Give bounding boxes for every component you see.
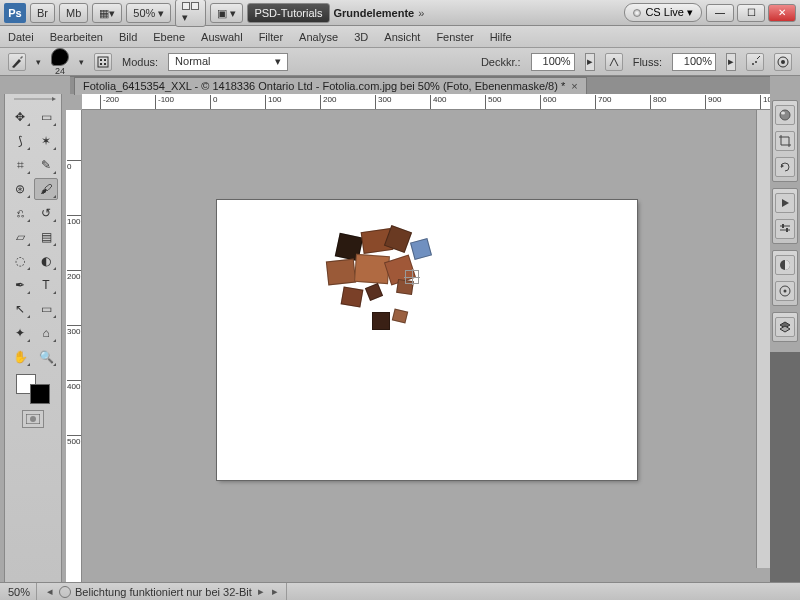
document-canvas[interactable] — [217, 200, 637, 480]
brush-size-label: 24 — [55, 66, 65, 76]
quick-mask-toggle[interactable] — [22, 410, 44, 428]
menu-filter[interactable]: Filter — [259, 31, 283, 43]
cs-live-button[interactable]: CS Live ▾ — [624, 3, 702, 22]
toolbar-grip[interactable] — [10, 96, 56, 104]
play-icon[interactable] — [775, 193, 795, 213]
menu-hilfe[interactable]: Hilfe — [490, 31, 512, 43]
3d-tool[interactable]: ✦ — [8, 322, 32, 344]
image-fragment — [365, 283, 383, 301]
workspace-more[interactable]: » — [418, 7, 424, 19]
status-prev-icon[interactable]: ◂ — [45, 585, 55, 598]
menu-ebene[interactable]: Ebene — [153, 31, 185, 43]
flow-input[interactable]: 100% — [672, 53, 716, 71]
marquee-tool[interactable]: ▭ — [34, 106, 58, 128]
menu-datei[interactable]: Datei — [8, 31, 34, 43]
type-tool[interactable]: T — [34, 274, 58, 296]
layers-stack-icon[interactable] — [775, 317, 795, 337]
path-select-tool[interactable]: ↖ — [8, 298, 32, 320]
image-fragment — [410, 238, 432, 260]
healing-brush-tool[interactable]: ⊛ — [8, 178, 32, 200]
brush-panel-toggle[interactable] — [94, 53, 112, 71]
ruler-tick: 800 — [650, 95, 666, 109]
workspace-primary[interactable]: PSD-Tutorials — [247, 3, 329, 23]
svg-rect-2 — [104, 59, 106, 61]
gradient-tool[interactable]: ▤ — [34, 226, 58, 248]
brush-preset-picker[interactable]: 24 — [51, 48, 69, 76]
window-minimize-button[interactable]: — — [706, 4, 734, 22]
svg-marker-15 — [781, 164, 784, 168]
flow-stepper[interactable]: ▸ — [726, 53, 736, 71]
eraser-tool[interactable]: ▱ — [8, 226, 32, 248]
menu-fenster[interactable]: Fenster — [436, 31, 473, 43]
svg-point-12 — [30, 416, 36, 422]
stamp-tool[interactable]: ⎌ — [8, 202, 32, 224]
reticle-icon[interactable] — [775, 281, 795, 301]
window-close-button[interactable]: ✕ — [768, 4, 796, 22]
contrast-icon[interactable] — [775, 255, 795, 275]
3d-camera-tool[interactable]: ⌂ — [34, 322, 58, 344]
vertical-ruler[interactable]: 0100200300400500 — [66, 110, 82, 582]
extras-button[interactable]: ▣ ▾ — [210, 3, 243, 23]
menu-analyse[interactable]: Analyse — [299, 31, 338, 43]
opacity-label: Deckkr.: — [481, 56, 521, 68]
hand-tool[interactable]: ✋ — [8, 346, 32, 368]
background-color[interactable] — [30, 384, 50, 404]
vertical-scrollbar[interactable] — [756, 110, 770, 568]
image-fragment — [372, 312, 390, 330]
status-info-icon[interactable] — [59, 586, 71, 598]
crop-tool[interactable]: ⌗ — [8, 154, 32, 176]
refresh-icon[interactable] — [775, 157, 795, 177]
zoom-tool[interactable]: 🔍 — [34, 346, 58, 368]
screen-mode-button[interactable]: ▦▾ — [92, 3, 122, 23]
color-swatches[interactable] — [16, 374, 50, 404]
canvas-area[interactable] — [82, 110, 770, 582]
image-fragment — [354, 254, 390, 284]
window-maximize-button[interactable]: ☐ — [737, 4, 765, 22]
blend-mode-value: Normal — [175, 54, 210, 69]
opacity-input[interactable]: 100% — [531, 53, 575, 71]
dodge-tool[interactable]: ◐ — [34, 250, 58, 272]
menu-3d[interactable]: 3D — [354, 31, 368, 43]
status-menu-icon[interactable]: ▸ — [270, 585, 280, 598]
blend-mode-select[interactable]: Normal▾ — [168, 53, 288, 71]
photoshop-logo: Ps — [4, 3, 26, 23]
tools-panel: ✥▭⟆✶⌗✎⊛🖌⎌↺▱▤◌◐✒T↖▭✦⌂✋🔍 — [4, 94, 62, 582]
status-zoom[interactable]: 50% — [8, 586, 30, 598]
minibridge-button[interactable]: Mb — [59, 3, 88, 23]
arrange-documents-button[interactable]: ▾ — [175, 0, 206, 27]
lasso-tool[interactable]: ⟆ — [8, 130, 32, 152]
opacity-pressure-toggle[interactable] — [605, 53, 623, 71]
magic-wand-tool[interactable]: ✶ — [34, 130, 58, 152]
sphere-icon[interactable] — [775, 105, 795, 125]
svg-marker-16 — [782, 199, 789, 207]
menu-auswahl[interactable]: Auswahl — [201, 31, 243, 43]
move-tool[interactable]: ✥ — [8, 106, 32, 128]
bridge-button[interactable]: Br — [30, 3, 55, 23]
pen-tool[interactable]: ✒ — [8, 274, 32, 296]
horizontal-ruler[interactable]: -200-10001002003004005006007008009001000 — [82, 94, 770, 110]
ruler-tick: 400 — [430, 95, 446, 109]
tablet-pressure-toggle[interactable] — [774, 53, 792, 71]
shape-tool[interactable]: ▭ — [34, 298, 58, 320]
document-tab[interactable]: Fotolia_6415354_XXL - © 1418336 Ontario … — [74, 77, 587, 95]
zoom-level-dropdown[interactable]: 50% ▾ — [126, 3, 171, 23]
menu-ansicht[interactable]: Ansicht — [384, 31, 420, 43]
tool-options-bar: ▾ 24 ▾ Modus: Normal▾ Deckkr.: 100% ▸ Fl… — [0, 48, 800, 76]
eyedropper-tool[interactable]: ✎ — [34, 154, 58, 176]
menu-bearbeiten[interactable]: Bearbeiten — [50, 31, 103, 43]
workspace-secondary[interactable]: Grundelemente — [334, 7, 415, 19]
brush-tool[interactable]: 🖌 — [34, 178, 58, 200]
blur-tool[interactable]: ◌ — [8, 250, 32, 272]
current-tool-icon[interactable] — [8, 53, 26, 71]
opacity-stepper[interactable]: ▸ — [585, 53, 595, 71]
ruler-tick: 100 — [265, 95, 281, 109]
sliders-icon[interactable] — [775, 219, 795, 239]
cs-live-label: CS Live ▾ — [645, 6, 693, 19]
image-fragment — [392, 308, 408, 323]
crop-icon[interactable] — [775, 131, 795, 151]
history-brush-tool[interactable]: ↺ — [34, 202, 58, 224]
menu-bild[interactable]: Bild — [119, 31, 137, 43]
airbrush-toggle[interactable] — [746, 53, 764, 71]
status-next-icon[interactable]: ▸ — [256, 585, 266, 598]
close-tab-icon[interactable]: × — [571, 80, 577, 92]
